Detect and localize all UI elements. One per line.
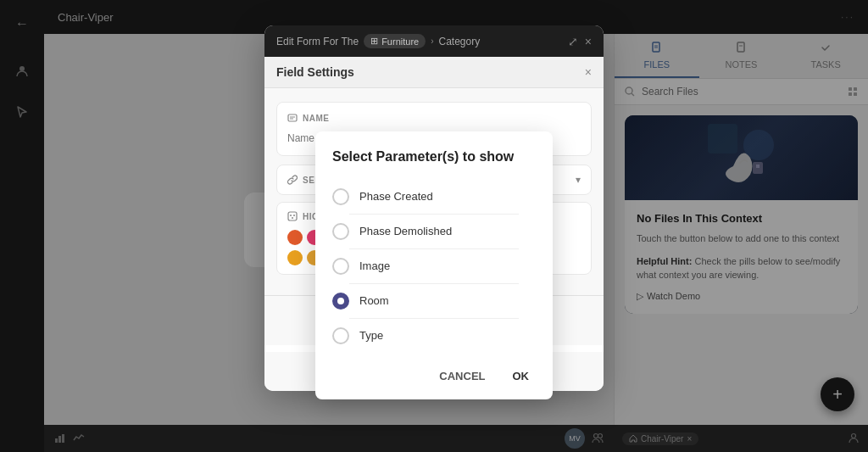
svg-rect-25 (288, 212, 297, 220)
label-image: Image (359, 259, 390, 272)
edit-form-header-actions: ⤢ × (568, 35, 592, 48)
edit-form-header: Edit Form For The ⊞ Furniture › Category… (264, 25, 604, 57)
color-dot-orange[interactable] (287, 230, 303, 245)
option-image[interactable]: Image (332, 249, 536, 283)
name-label: NAME (287, 113, 581, 123)
option-room[interactable]: Room (332, 284, 536, 318)
color-dot-yellow2[interactable] (287, 250, 303, 265)
fullscreen-icon[interactable]: ⤢ (568, 35, 578, 48)
label-type: Type (359, 329, 383, 342)
svg-rect-22 (288, 114, 297, 121)
edit-form-breadcrumb: Edit Form For The ⊞ Furniture › Category (276, 34, 480, 48)
close-edit-form-icon[interactable]: × (585, 35, 592, 48)
option-type[interactable]: Type (332, 319, 536, 353)
label-room: Room (359, 294, 389, 307)
breadcrumb-furniture-label: Furniture (381, 36, 419, 47)
select-params-title: Select Parameter(s) to show (332, 148, 536, 166)
svg-point-26 (290, 215, 292, 216)
field-settings-close-icon[interactable]: × (585, 65, 592, 79)
option-phase-created[interactable]: Phase Created (332, 180, 536, 214)
label-phase-demolished: Phase Demolished (359, 225, 452, 237)
chevron-down-icon: ▾ (576, 174, 581, 186)
svg-point-27 (293, 215, 295, 216)
ok-button[interactable]: OK (506, 366, 537, 386)
breadcrumb-arrow: › (431, 36, 433, 46)
radio-room[interactable] (332, 293, 349, 310)
radio-image[interactable] (332, 258, 349, 275)
breadcrumb-category: Category (439, 36, 481, 47)
select-params-footer: CANCEL OK (315, 356, 553, 399)
select-params-dialog: Select Parameter(s) to show Phase Create… (315, 131, 553, 399)
radio-phase-created[interactable] (332, 188, 349, 205)
furniture-icon: ⊞ (370, 36, 378, 47)
field-settings-title: Field Settings (276, 65, 354, 79)
name-icon (287, 113, 298, 123)
breadcrumb-furniture[interactable]: ⊞ Furniture (364, 34, 426, 48)
cancel-button[interactable]: CANCEL (432, 366, 492, 386)
svg-point-28 (292, 217, 293, 219)
radio-type[interactable] (332, 327, 349, 344)
select-params-header: Select Parameter(s) to show (315, 131, 553, 176)
label-phase-created: Phase Created (359, 190, 433, 203)
select-params-options: Phase Created Phase Demolished Image Roo… (315, 176, 553, 356)
link-icon (287, 175, 298, 185)
radio-phase-demolished[interactable] (332, 223, 349, 240)
option-phase-demolished[interactable]: Phase Demolished (332, 215, 536, 248)
palette-icon (287, 211, 298, 221)
field-settings-bar: Field Settings × (264, 57, 604, 88)
edit-form-prefix: Edit Form For The (276, 36, 359, 47)
